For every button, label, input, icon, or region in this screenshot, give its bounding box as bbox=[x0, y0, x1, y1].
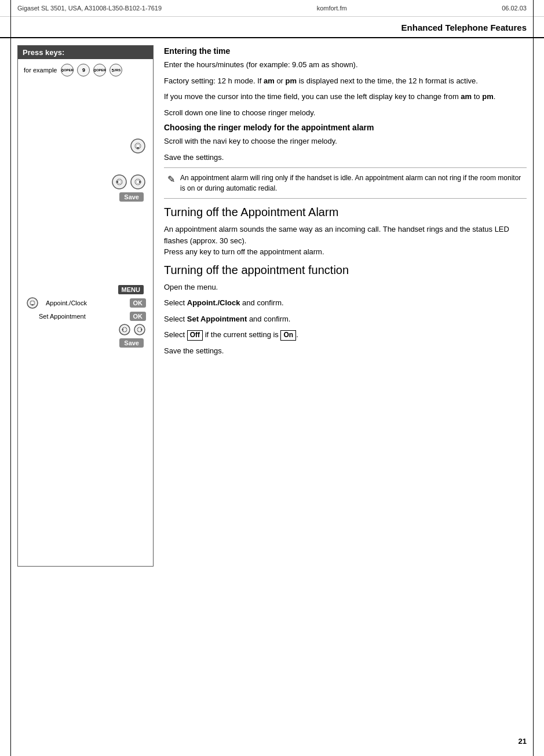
header-left: Gigaset SL 3501, USA, A31008-L350-B102-1… bbox=[17, 5, 162, 12]
header-center: komfort.fm bbox=[317, 5, 347, 12]
text-set-appoint: Set Appointment bbox=[187, 315, 247, 323]
navi-offon-row bbox=[21, 323, 149, 336]
para-enter-time: Enter the hours/minutes (for example: 9.… bbox=[164, 59, 527, 71]
navi-melody-row bbox=[21, 174, 149, 190]
save-row-2: Save bbox=[21, 338, 149, 348]
left-col-content: for example 0OPER 9 0OPER 5JRS bbox=[18, 59, 153, 355]
step-open-menu: Open the menu. bbox=[164, 282, 527, 293]
menu-button[interactable]: MENU bbox=[118, 285, 144, 294]
key-5jrs: 5JRS bbox=[109, 64, 122, 76]
navi-off-right-icon bbox=[133, 323, 146, 336]
right-column: Entering the time Enter the hours/minute… bbox=[154, 45, 527, 567]
para-save-settings-1: Save the settings. bbox=[164, 152, 527, 163]
for-example-text: for example bbox=[24, 67, 57, 74]
para-ringer-scroll: Scroll with the navi key to choose the r… bbox=[164, 136, 527, 147]
key-9: 9 bbox=[77, 64, 90, 76]
header-right: 06.02.03 bbox=[502, 5, 527, 12]
key-0oper: 0OPER bbox=[61, 64, 74, 76]
save-button-1[interactable]: Save bbox=[119, 192, 144, 202]
para-cursor-time: If you move the cursor into the time fie… bbox=[164, 91, 527, 103]
ok-button-2[interactable]: OK bbox=[130, 312, 147, 321]
navi-appoint-icon bbox=[26, 297, 39, 309]
page-title: Enhanced Telephone Features bbox=[0, 17, 544, 38]
navi-off-left-icon bbox=[118, 323, 131, 336]
main-layout: Press keys: for example 0OPER 9 0OPER 5J… bbox=[0, 45, 544, 567]
navi-right-icon bbox=[130, 174, 146, 190]
page-number: 21 bbox=[519, 737, 527, 746]
text-pm: pm bbox=[286, 76, 297, 85]
set-appointment-row: Set Appointment OK bbox=[21, 312, 149, 321]
navi-down-icon bbox=[130, 138, 146, 154]
para-scroll-ringer: Scroll down one line to choose ringer me… bbox=[164, 107, 527, 119]
save-row-1: Save bbox=[21, 192, 149, 202]
text-pm2: pm bbox=[482, 92, 494, 101]
navi-left-icon bbox=[111, 174, 127, 190]
inline-off: Off bbox=[187, 330, 203, 341]
key-0oper-2: 0OPER bbox=[93, 64, 106, 76]
heading-turning-off-function: Turning off the appointment function bbox=[164, 264, 527, 277]
heading-ringer-melody: Choosing the ringer melody for the appoi… bbox=[164, 123, 527, 132]
appoint-clock-label: Appoint./Clock bbox=[41, 300, 127, 306]
step-set-appointment: Select Set Appointment and confirm. bbox=[164, 313, 527, 325]
page-header: Gigaset SL 3501, USA, A31008-L350-B102-1… bbox=[0, 0, 544, 17]
heading-entering-time: Entering the time bbox=[164, 46, 527, 56]
step-appoint-clock: Select Appoint./Clock and confirm. bbox=[164, 297, 527, 309]
ok-button-1[interactable]: OK bbox=[130, 298, 147, 308]
navi-scroll-row bbox=[21, 138, 149, 154]
text-am: am bbox=[264, 76, 275, 85]
left-column: Press keys: for example 0OPER 9 0OPER 5J… bbox=[17, 45, 154, 567]
press-keys-header: Press keys: bbox=[18, 46, 153, 59]
set-appointment-label: Set Appointment bbox=[34, 313, 127, 320]
text-am2: am bbox=[461, 92, 472, 101]
appoint-clock-row: Appoint./Clock OK bbox=[21, 297, 149, 309]
para-alarm-sounds: An appointment alarm sounds the same way… bbox=[164, 224, 527, 258]
text-appoint-clock: Appoint./Clock bbox=[187, 298, 240, 307]
example-row: for example 0OPER 9 0OPER 5JRS bbox=[21, 64, 149, 76]
menu-row: MENU bbox=[21, 285, 149, 294]
save-button-2[interactable]: Save bbox=[119, 338, 144, 348]
step-select-off: Select Off if the current setting is On. bbox=[164, 329, 527, 341]
inline-on: On bbox=[280, 330, 296, 341]
step-save-settings: Save the settings. bbox=[164, 345, 527, 357]
note-text: An appointment alarm will ring only if t… bbox=[180, 174, 521, 192]
heading-turning-off-alarm: Turning off the Appointment Alarm bbox=[164, 206, 527, 219]
para-factory-setting: Factory setting: 12 h mode. If am or pm … bbox=[164, 75, 527, 87]
note-box: ✎ An appointment alarm will ring only if… bbox=[164, 167, 527, 199]
note-icon: ✎ bbox=[167, 173, 175, 187]
